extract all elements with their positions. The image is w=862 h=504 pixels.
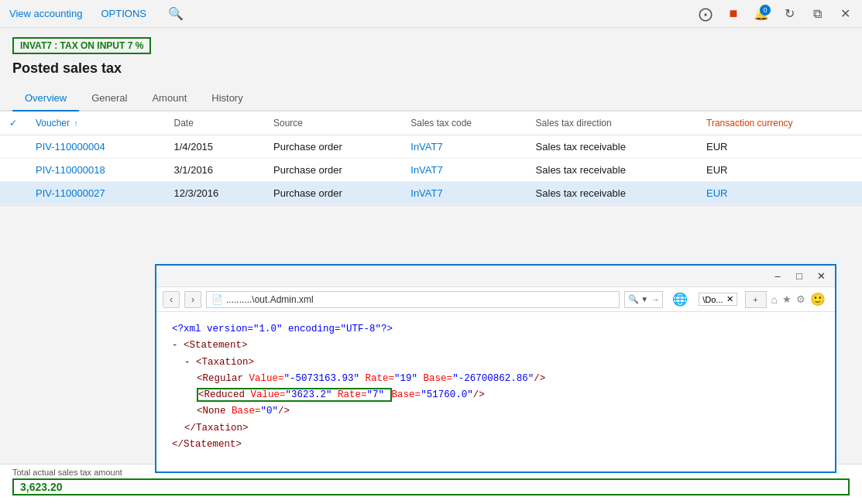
title-bar-left: View accounting OPTIONS 🔍 [6,2,184,26]
close-icon[interactable]: ✕ [834,3,856,25]
xml-statement-open: - <Statement> [172,338,819,354]
xml-tag-taxation-end: </Taxation> [184,423,249,434]
row-direction: Sales tax receivable [527,182,697,205]
row-tax-code[interactable]: InVAT7 [401,135,526,159]
settings-grid-icon[interactable]: ⨀ [695,3,716,25]
xml-val-reduced-base: "51760.0" [421,389,473,400]
xml-attr-reduced-value: Value= [251,389,286,400]
row-voucher[interactable]: PIV-110000004 [26,135,164,159]
xml-tag-reduced: Reduced [204,389,251,400]
xml-attr-reduced-base: Base= [392,389,421,400]
table-row[interactable]: PIV-110000027 12/3/2016 Purchase order I… [0,182,862,205]
table-row[interactable]: PIV-110000018 3/1/2016 Purchase order In… [0,159,862,182]
row-currency: EUR [697,135,862,159]
row-date: 12/3/2016 [164,182,264,205]
tab-amount[interactable]: Amount [139,86,199,111]
home-icon[interactable]: ⌂ [771,293,778,306]
xml-val-none: "0" [261,406,279,417]
close-button[interactable]: ✕ [810,266,832,287]
xml-tab[interactable]: \Do... ✕ [699,293,737,306]
page-title: Posted sales tax [12,60,850,77]
xml-tag-regular-open: < [197,373,203,384]
row-tax-code[interactable]: InVAT7 [401,182,526,205]
row-currency[interactable]: EUR [697,182,862,205]
row-source: Purchase order [264,159,401,182]
notification-icon[interactable]: 🔔 0 [750,3,772,25]
refresh-icon[interactable]: ↻ [778,3,800,25]
nav-view-accounting[interactable]: View accounting [6,2,85,26]
table-row[interactable]: PIV-110000004 1/4/2015 Purchase order In… [0,135,862,159]
xml-val-rate: "19" [394,373,417,384]
col-transaction-currency[interactable]: Transaction currency [697,111,862,135]
xml-content-area: <?xml version="1.0" encoding="UTF-8"?> -… [156,312,835,475]
ie-toolbar-icons: ⌂ ★ ⚙ 🙂 [771,292,829,307]
favorites-icon[interactable]: ★ [782,293,792,305]
new-tab-button[interactable]: + [745,291,767,308]
checkmark-icon: ✓ [9,118,17,129]
maximize-button[interactable]: □ [788,266,810,287]
globe-icon: 🌐 [672,292,688,307]
tools-icon[interactable]: ⚙ [796,293,805,305]
xml-val-reduced: "3623.2" [286,389,332,400]
minimize-button[interactable]: – [767,266,788,287]
tab-overview[interactable]: Overview [12,86,79,111]
xml-search[interactable]: 🔍 ▼ → [624,291,663,308]
data-table: ✓ Voucher ↑ Date Source Sales tax code S… [0,111,862,205]
row-date: 1/4/2015 [164,135,264,159]
pop-out-icon[interactable]: ⧉ [806,3,828,25]
xml-reduced-line: <Reduced Value="3623.2" Rate="7" Base="5… [197,387,819,403]
xml-tab-close[interactable]: ✕ [726,294,733,304]
xml-dash: - [172,340,184,351]
xml-tag-statement-end: </Statement> [172,439,242,450]
xml-tag: <Statement> [184,340,248,351]
col-date[interactable]: Date [164,111,264,135]
row-date: 3/1/2016 [164,159,264,182]
search-icon[interactable]: 🔍 [168,6,184,21]
address-bar[interactable]: 📄 ..........\out.Admin.xml [206,291,620,308]
xml-attr-value: Value= [249,373,284,384]
xml-pi-text: <?xml version="1.0" encoding="UTF-8"?> [172,324,393,334]
sort-icon: ↑ [74,119,77,128]
xml-val-base: "-26700862.86" [452,373,534,384]
col-sales-tax-direction[interactable]: Sales tax direction [527,111,697,135]
nav-options[interactable]: OPTIONS [98,2,149,26]
xml-pi-line: <?xml version="1.0" encoding="UTF-8"?> [172,321,819,338]
row-check [0,135,26,159]
xml-tag-none: <None [197,406,232,417]
tab-general[interactable]: General [79,86,139,111]
smiley-icon[interactable]: 🙂 [810,292,826,307]
col-sales-tax-code[interactable]: Sales tax code [401,111,526,135]
forward-button[interactable]: › [184,291,201,308]
xml-attr-base: Base= [417,373,452,384]
search-icon: 🔍 [628,294,639,304]
xml-panel: – □ ✕ ‹ › 📄 ..........\out.Admin.xml 🔍 ▼… [155,264,836,473]
xml-tag-taxation: <Taxation> [196,357,254,368]
xml-tag-reduced-close: /> [473,389,485,400]
xml-taxation-open: - <Taxation> [184,355,819,371]
col-check[interactable]: ✓ [0,111,26,135]
horizontal-scrollbar[interactable] [0,205,862,214]
xml-val-reduced-rate: "7" [367,389,385,400]
row-voucher[interactable]: PIV-110000027 [26,182,164,205]
xml-tag-none-close: /> [278,406,290,417]
row-check [0,182,26,205]
office-icon[interactable]: ■ [723,3,744,25]
xml-taxation-close: </Taxation> [184,420,819,437]
tab-history[interactable]: History [199,86,255,111]
xml-statement-close: </Statement> [172,437,819,453]
xml-reduced-highlighted: <Reduced Value="3623.2" Rate="7" [197,388,392,402]
row-direction: Sales tax receivable [527,159,697,182]
row-tax-code[interactable]: InVAT7 [401,159,526,182]
row-check [0,159,26,182]
xml-tag-reduced-open: < [198,389,204,400]
notification-badge: 0 [760,5,771,15]
tax-code-badge: INVAT7 : TAX ON INPUT 7 % [12,37,151,54]
xml-nav-bar: ‹ › 📄 ..........\out.Admin.xml 🔍 ▼ → 🌐 \… [156,287,835,312]
col-source[interactable]: Source [264,111,401,135]
row-source: Purchase order [264,182,401,205]
xml-attr-reduced-rate: Rate= [332,389,367,400]
col-voucher[interactable]: Voucher ↑ [26,111,164,135]
row-voucher[interactable]: PIV-110000018 [26,159,164,182]
back-button[interactable]: ‹ [163,291,180,308]
xml-tab-label: \Do... [702,295,723,304]
